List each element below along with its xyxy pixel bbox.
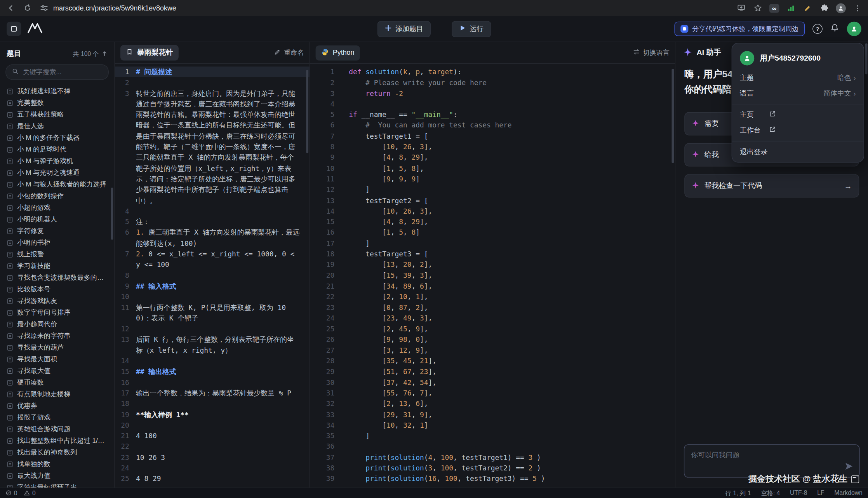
sidebar-item-problem[interactable]: 寻找包含斐波那契数最多的链表	[2, 272, 112, 284]
code-line-39[interactable]: 39 print(solution(16, 100, testTarget3) …	[310, 474, 675, 484]
menu-item-home[interactable]: 主页	[732, 107, 863, 123]
code-line-13[interactable]: 13 testTarget2 = [	[310, 195, 675, 206]
code-line-25[interactable]: 25 [2, 45, 9],	[310, 324, 675, 334]
code-line-7[interactable]: 7 testTarget1 = [	[310, 131, 675, 142]
page-scrollbar[interactable]	[865, 43, 868, 74]
code-line-16[interactable]: 16 [1, 5, 8]	[310, 227, 675, 238]
problem-title-chip[interactable]: 暴雨梨花针	[120, 45, 179, 61]
code-line-10[interactable]: 10 [1, 5, 8],	[310, 163, 675, 174]
warnings-indicator[interactable]: 0	[24, 489, 36, 497]
code-line-17[interactable]: 17 ]	[310, 238, 675, 249]
code-line-29[interactable]: 29 [51, 67, 23],	[310, 366, 675, 377]
sidebar-item-problem[interactable]: 寻找最大的葫芦	[2, 342, 112, 353]
code-line-23[interactable]: 23 [0, 87, 2],	[310, 302, 675, 313]
code-line-8[interactable]: 8 [10, 26, 3],	[310, 141, 675, 152]
user-avatar[interactable]	[847, 22, 861, 36]
sidebar-item-problem[interactable]: 寻找原来的字符串	[2, 330, 112, 342]
sidebar-item-problem[interactable]: 找单独的数	[2, 458, 112, 470]
sidebar-item-problem[interactable]: 小明的书柜	[2, 237, 112, 249]
code-line-33[interactable]: 33 [29, 31, 9],	[310, 409, 675, 420]
site-settings-icon[interactable]	[39, 3, 49, 13]
sidebar-item-problem[interactable]: 比较版本号	[2, 284, 112, 295]
cursor-position[interactable]: 行 1, 列 1	[725, 489, 751, 497]
problem-line-24[interactable]: 24	[115, 463, 310, 474]
problem-line-7[interactable]: 72. 0 <= x_left <= x_right <= 1000, 0 < …	[115, 249, 310, 270]
help-icon[interactable]: ?	[812, 24, 823, 34]
code-line-11[interactable]: 11 [9, 9, 9]	[310, 174, 675, 185]
code-line-15[interactable]: 15 [4, 8, 29],	[310, 216, 675, 227]
bookmark-star-icon[interactable]	[753, 3, 763, 13]
sidebar-item-problem[interactable]: 优惠券	[2, 400, 112, 412]
problem-line-25[interactable]: 254 8 29	[115, 474, 310, 484]
code-line-37[interactable]: 37 print(solution(4, 100, testTarget1) =…	[310, 452, 675, 463]
indentation-setting[interactable]: 空格: 4	[761, 489, 780, 497]
pen-extension-icon[interactable]	[802, 3, 812, 13]
code-line-12[interactable]: 12 ]	[310, 185, 675, 195]
language-mode[interactable]: Markdown	[834, 489, 862, 497]
problem-line-6[interactable]: 61. 唐三朝垂直于 X 轴方向发射的暴雨梨花针，最远能够到达(x, 100)	[115, 227, 310, 249]
code-line-24[interactable]: 24 [23, 49, 3],	[310, 313, 675, 324]
problem-line-11[interactable]: 11第一行两个整数 K, P(只是用来取整, 取为 100)；表示 K 个靶子	[115, 302, 310, 324]
problem-scrollbar[interactable]	[306, 70, 308, 153]
sidebar-item-problem[interactable]: 最佳人选	[2, 120, 112, 132]
code-line-21[interactable]: 21 [34, 89, 6],	[310, 281, 675, 292]
rename-button[interactable]: 重命名	[274, 48, 304, 57]
code-line-3[interactable]: 3 return -2	[310, 88, 675, 99]
code-line-9[interactable]: 9 [4, 8, 29],	[310, 152, 675, 163]
errors-indicator[interactable]: 0	[5, 489, 17, 497]
problem-line-20[interactable]: 20	[115, 420, 310, 431]
sidebar-item-problem[interactable]: 找出最长的神奇数列	[2, 447, 112, 458]
problem-line-19[interactable]: 19**输入样例 1**	[115, 409, 310, 420]
sidebar-item-problem[interactable]: 硬币凑数	[2, 377, 112, 388]
sidebar-item-problem[interactable]: 寻找最大面积	[2, 353, 112, 365]
url-text[interactable]: marscode.cn/practice/5w9n6k1ev8okwe	[53, 4, 176, 12]
code-line-30[interactable]: 30 [37, 42, 54],	[310, 377, 675, 388]
menu-item-logout[interactable]: 退出登录	[732, 144, 863, 160]
code-line-1[interactable]: 1def solution(k, p, target):	[310, 66, 675, 77]
code-line-20[interactable]: 20 [15, 39, 3],	[310, 270, 675, 281]
problem-line-8[interactable]: 8	[115, 270, 310, 281]
problem-line-5[interactable]: 5注：	[115, 216, 310, 227]
sidebar-item-problem[interactable]: 英雄组合游戏问题	[2, 423, 112, 435]
sidebar-item-problem[interactable]: 小超的游戏	[2, 202, 112, 214]
problem-line-17[interactable]: 17输出一个整数，结果为：暴雨梨花针最少数量 % P	[115, 388, 310, 399]
sidebar-item-problem[interactable]: 字符串最短循环子串	[2, 482, 112, 488]
install-app-icon[interactable]	[736, 3, 746, 13]
sidebar-item-problem[interactable]: 最大战力值	[2, 470, 112, 482]
sidebar-item-problem[interactable]: 摇骰子游戏	[2, 412, 112, 423]
notifications-bell-icon[interactable]	[830, 23, 839, 35]
sidebar-item-problem[interactable]: 小 M 与光明之魂速通	[2, 167, 112, 179]
run-button[interactable]: 运行	[451, 21, 491, 37]
code-line-38[interactable]: 38 print(solution(3, 100, testTarget2) =…	[310, 463, 675, 474]
sidebar-item-problem[interactable]: 小 M 的多任务下载器	[2, 132, 112, 144]
sidebar-item-problem[interactable]: 小 M 与狼人拯救者的能力选择	[2, 179, 112, 190]
markdown-editor[interactable]: 1# 问题描述23转世之前的唐三，身处唐门。因为是外门弟子，只能通过自学提升武艺…	[115, 64, 310, 488]
sidebar-item-problem[interactable]: 有点限制地走楼梯	[2, 388, 112, 400]
problem-line-10[interactable]: 10	[115, 291, 310, 302]
sidebar-item-problem[interactable]: 最小趋同代价	[2, 319, 112, 330]
sidebar-item-problem[interactable]: 学习新技能	[2, 260, 112, 272]
practice-app-icon[interactable]	[7, 22, 21, 36]
collapse-panel-icon[interactable]	[101, 50, 108, 57]
problem-line-14[interactable]: 14	[115, 355, 310, 366]
address-bar[interactable]: marscode.cn/practice/5w9n6k1ev8okwe	[39, 3, 729, 13]
code-line-5[interactable]: 5if __name__ == "__main__":	[310, 110, 675, 120]
sidebar-item-problem[interactable]: 五子棋获胜策略	[2, 109, 112, 120]
sidebar-item-problem[interactable]: 寻找最大值	[2, 365, 112, 377]
code-line-6[interactable]: 6 # You can add more test cases here	[310, 120, 675, 131]
sidebar-item-problem[interactable]: 数字字母问号排序	[2, 307, 112, 319]
infinity-extension-icon[interactable]: ∞	[769, 3, 779, 12]
code-scrollbar[interactable]	[671, 69, 674, 163]
code-line-28[interactable]: 28 [35, 45, 21],	[310, 355, 675, 366]
problem-line-1[interactable]: 1# 问题描述	[115, 66, 310, 77]
problem-line-13[interactable]: 13后面 K 行，每行三个整数，分别表示靶子所在的坐标（x_left, x_ri…	[115, 334, 310, 355]
sidebar-item-problem[interactable]: 寻找游戏队友	[2, 295, 112, 307]
sidebar-item-problem[interactable]: 我好想逃却逃不掉	[2, 85, 112, 97]
code-line-19[interactable]: 19 [13, 20, 2],	[310, 259, 675, 270]
send-icon[interactable]	[844, 461, 854, 473]
python-code-editor[interactable]: 1def solution(k, p, target):2 # Please w…	[310, 64, 675, 488]
problem-line-16[interactable]: 16	[115, 377, 310, 388]
code-line-31[interactable]: 31 [55, 76, 7],	[310, 388, 675, 399]
problem-line-22[interactable]: 22	[115, 441, 310, 452]
sidebar-item-problem[interactable]: 小 M 的足球时代	[2, 144, 112, 155]
